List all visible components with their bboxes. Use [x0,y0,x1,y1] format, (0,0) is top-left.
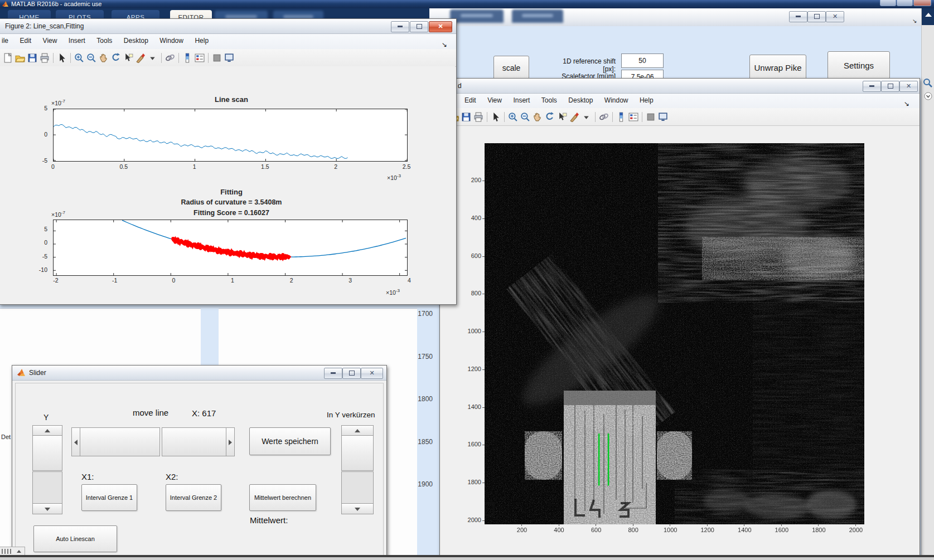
slider-track-left[interactable] [80,427,160,456]
slider-minimize-button[interactable] [324,368,342,379]
pointer-icon[interactable] [490,111,501,123]
brush-icon[interactable] [135,52,146,64]
print-icon[interactable] [39,52,50,64]
mittelwert-berechnen-button[interactable]: Mittelwert berechnen [249,484,316,511]
save-icon[interactable] [461,111,472,123]
scale-button[interactable]: scale [493,56,529,80]
gui-dock-arrow-icon[interactable]: ↘ [912,18,917,24]
print-icon[interactable] [473,111,484,123]
menu-tools[interactable]: Tools [92,34,117,45]
dropdown-circle-icon[interactable] [924,92,932,100]
blurred-tab[interactable] [450,9,504,23]
figure2-window: Figure 2: Line_scan,Fitting ✕ ile Edit V… [0,18,457,305]
settings-button[interactable]: Settings [827,51,890,79]
legend-icon[interactable] [628,111,639,123]
menu-file-cut[interactable]: ile [0,34,13,45]
slider-thumb[interactable] [162,427,227,456]
y-slider-down-button[interactable] [32,503,62,514]
interval-grenze-2-button[interactable]: Interval Grenze 2 [166,484,221,511]
interferogram-image[interactable] [485,143,864,524]
dropdown-icon[interactable] [147,52,158,64]
menu-insert[interactable]: Insert [509,94,534,104]
dropdown-icon[interactable] [581,111,592,123]
figure-dock-arrow-icon[interactable]: ↘ [437,38,452,48]
rotate-icon[interactable] [544,111,555,123]
y2-slider-down-button[interactable] [341,503,374,514]
figure2-restore-button[interactable] [410,21,428,32]
menu-window[interactable]: Window [600,94,633,104]
menu-desktop[interactable]: Desktop [564,94,597,104]
y2-slider-thumb[interactable] [341,435,374,471]
datacursor-icon[interactable] [556,111,568,123]
zoom-out-icon[interactable] [86,52,97,64]
slider-close-button[interactable]: ✕ [361,368,383,379]
colorbar-icon[interactable] [182,52,193,64]
matlab-close-button[interactable] [913,0,931,6]
search-icon[interactable] [923,78,933,88]
blurred-tab[interactable] [512,9,563,23]
menu-window[interactable]: Window [155,34,188,45]
plotbox-icon[interactable] [645,111,656,123]
menu-help[interactable]: Help [635,94,658,104]
link-icon[interactable] [598,111,609,123]
matlab-minimize-button[interactable] [880,0,896,6]
ref-shift-input[interactable] [621,53,664,68]
slider-titlebar[interactable]: Slider ✕ [12,366,386,381]
zoom-in-icon[interactable] [74,52,85,64]
gui-window-topbar[interactable]: ✕ ↘ [429,8,921,27]
matlab-maximize-button[interactable] [897,0,913,6]
pointer-icon[interactable] [56,52,67,64]
menu-insert[interactable]: Insert [64,34,90,45]
image-figure-restore-button[interactable] [881,81,899,92]
menu-desktop[interactable]: Desktop [119,34,153,45]
datacursor-icon[interactable] [123,52,134,64]
y-slider-up-button[interactable] [32,425,62,436]
y2-slider-up-button[interactable] [341,425,374,436]
slider-left-button[interactable] [71,427,80,456]
pan-icon[interactable] [532,111,543,123]
pan-icon[interactable] [98,52,109,64]
image-figure-minimize-button[interactable] [863,81,881,92]
y-slider-track[interactable] [32,471,62,504]
unwrap-pike-button[interactable]: Unwrap Pike [749,55,806,80]
slider-right-button[interactable] [226,427,235,456]
gui-restore-button[interactable] [807,11,826,22]
matlab-titlebar[interactable]: MATLAB R2016b - academic use [0,0,934,8]
plotbox-icon[interactable] [211,52,222,64]
fitting-axes[interactable] [53,220,408,276]
image-figure-close-button[interactable]: ✕ [899,81,918,92]
y2-slider-track[interactable] [341,471,374,504]
werte-speichern-button[interactable]: Werte speichern [249,427,331,455]
menu-edit[interactable]: Edit [15,34,36,45]
rotate-icon[interactable] [110,52,122,64]
figure-dock-arrow-icon[interactable]: ↘ [899,97,914,108]
monitor-icon[interactable] [657,111,669,123]
zoom-in-icon[interactable] [507,111,519,123]
colorbar-icon[interactable] [616,111,627,123]
brush-icon[interactable] [569,111,580,123]
y-slider-thumb[interactable] [32,435,62,471]
image-figure-titlebar[interactable]: d ✕ [440,79,920,94]
menu-help[interactable]: Help [190,34,213,45]
zoom-out-icon[interactable] [520,111,531,123]
interval-grenze-1-button[interactable]: Interval Grenze 1 [81,484,137,511]
toolstrip-collapse[interactable] [922,8,934,25]
linescan-axes[interactable] [53,109,408,162]
menu-view[interactable]: View [38,34,62,45]
menu-edit[interactable]: Edit [460,94,481,104]
figure2-minimize-button[interactable] [391,21,409,32]
figure2-titlebar[interactable]: Figure 2: Line_scan,Fitting ✕ [0,19,456,34]
gui-minimize-button[interactable] [789,11,807,22]
slider-restore-button[interactable] [342,368,361,379]
legend-icon[interactable] [194,52,205,64]
gui-close-button[interactable]: ✕ [826,11,844,22]
menu-tools[interactable]: Tools [537,94,562,104]
auto-linescan-button[interactable]: Auto Linescan [33,525,117,552]
menu-view[interactable]: View [483,94,506,104]
new-icon[interactable] [2,52,13,64]
save-icon[interactable] [27,52,38,64]
figure2-close-button[interactable]: ✕ [429,21,452,32]
link-icon[interactable] [164,52,176,64]
open-icon[interactable] [14,52,26,64]
monitor-icon[interactable] [224,52,235,64]
